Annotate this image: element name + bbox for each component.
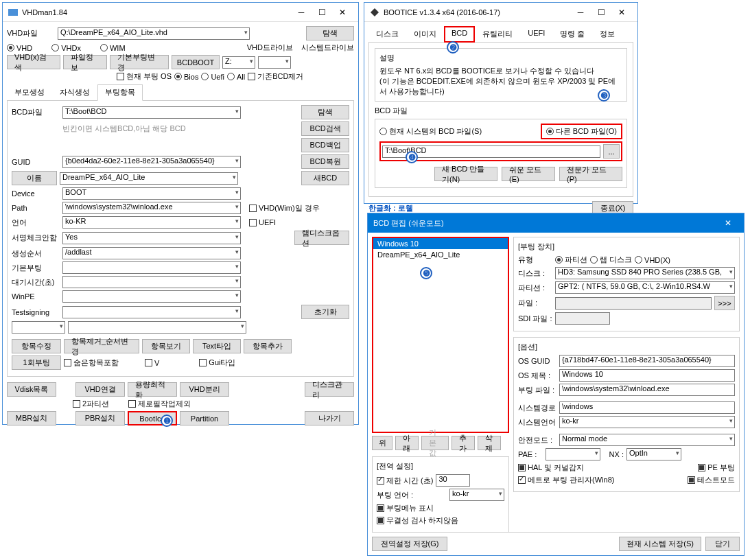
optimize-button[interactable]: 용량최적화 xyxy=(128,382,177,397)
radio-other-bcd[interactable]: 다른 BCD 파일(O) xyxy=(541,124,622,139)
fileinfo-button[interactable]: 파일정보 xyxy=(63,55,107,69)
chk-v[interactable]: V xyxy=(145,359,159,367)
waittime-select[interactable] xyxy=(62,276,241,288)
easy-mode-button[interactable]: 쉬운 모드(E) xyxy=(502,167,555,181)
radio-uefi[interactable]: Uefi xyxy=(201,73,224,81)
bcdfile-select[interactable]: T:\Boot\BCD xyxy=(62,106,241,119)
browse-file-button[interactable]: >>> xyxy=(714,296,735,310)
part-select[interactable]: GPT2: ( NTFS, 59.0 GB, C:\, 2-Win10.RS4.… xyxy=(555,281,735,294)
chk-metro[interactable]: 메트로 부팅 관리자(Win8) xyxy=(518,475,615,485)
extra-select1[interactable] xyxy=(12,321,65,334)
radio-bios[interactable]: Bios xyxy=(174,73,198,81)
mbr-button[interactable]: MBR설치 xyxy=(7,411,56,425)
tab-image[interactable]: 이미지 xyxy=(406,26,444,42)
maximize-button[interactable]: ☐ xyxy=(591,5,611,20)
radio-partition[interactable]: 파티션 xyxy=(555,255,587,265)
lang-select[interactable]: ko-KR xyxy=(62,216,241,229)
list-item[interactable]: Windows 10 xyxy=(373,238,508,249)
nx-select[interactable]: OptIn xyxy=(626,448,681,460)
tab-info[interactable]: 정보 xyxy=(592,26,622,42)
name-select[interactable]: DreamPE_x64_AIO_Lite xyxy=(60,172,238,185)
browse-button[interactable]: ... xyxy=(603,144,620,159)
tab-util[interactable]: 유틸리티 xyxy=(475,26,520,42)
radio-vhdx[interactable]: VHDx xyxy=(51,44,81,52)
minimize-button[interactable]: ─ xyxy=(291,5,312,20)
sign-select[interactable]: Yes xyxy=(62,232,241,244)
add-entry-button[interactable]: 추가 xyxy=(452,436,475,450)
tab-boot[interactable]: 부팅항목 xyxy=(97,84,143,101)
bcd-search-button[interactable]: BCD검색 xyxy=(301,121,349,136)
bootfile-input[interactable]: \windows\system32\winload.exe xyxy=(559,384,735,396)
close-button[interactable]: 닫기 xyxy=(705,537,740,551)
chk-integrity[interactable]: 무결성 검사 하지않음 xyxy=(377,515,458,526)
device-select[interactable]: BOOT xyxy=(62,187,241,200)
chk-hal[interactable]: HAL 및 커널감지 xyxy=(518,463,584,473)
browse-button[interactable]: 탐색 xyxy=(306,26,354,40)
add-button[interactable]: 항목추가 xyxy=(244,339,292,353)
close-button[interactable]: ✕ xyxy=(611,5,632,20)
defaultboot-select[interactable] xyxy=(62,261,241,274)
texttype-button[interactable]: Text타입 xyxy=(193,339,241,353)
exit-button[interactable]: 나가기 xyxy=(305,411,354,425)
chk-hidden[interactable]: 숨은항목포함 xyxy=(64,358,119,368)
drive-select[interactable]: Z: xyxy=(222,56,255,69)
vdisk-button[interactable]: Vdisk목록 xyxy=(7,382,56,397)
chk-timeout[interactable]: 제한 시간 (초) xyxy=(377,476,433,486)
close-button[interactable]: ✕ xyxy=(332,5,353,20)
ramdisk-button[interactable]: 램디스크옵션 xyxy=(294,231,349,245)
up-button[interactable]: 위 xyxy=(372,436,392,450)
testsigning-select[interactable] xyxy=(62,306,241,318)
close-button[interactable]: ✕ xyxy=(718,215,738,231)
syspath-input[interactable]: \windows xyxy=(559,401,735,414)
chk-uefi[interactable]: UEFI xyxy=(249,218,276,226)
tab-disk[interactable]: 디스크 xyxy=(368,26,406,42)
bcd-restore-button[interactable]: BCD복원 xyxy=(301,154,349,169)
radio-ramdisk[interactable]: 램 디스크 xyxy=(590,255,632,265)
syslang-select[interactable]: ko-kr xyxy=(559,416,735,428)
radio-vhd[interactable]: VHD xyxy=(7,44,32,52)
chk-testmode[interactable]: 테스트모드 xyxy=(688,475,735,485)
default-button[interactable]: 기본값 xyxy=(421,436,449,450)
chk-peboot[interactable]: PE 부팅 xyxy=(698,463,735,473)
ostitle-input[interactable]: Windows 10 xyxy=(559,369,735,382)
pae-select[interactable] xyxy=(546,448,600,460)
radio-current-bcd[interactable]: 현재 시스템의 BCD 파일(S) xyxy=(379,126,482,137)
radio-wim[interactable]: WIM xyxy=(100,44,126,52)
edit-button[interactable]: 항목수정 xyxy=(12,339,61,353)
list-item[interactable]: DreamPE_x64_AIO_Lite xyxy=(373,249,508,260)
view-button[interactable]: 항목보기 xyxy=(142,339,190,353)
bootlang-select[interactable]: ko-kr xyxy=(449,489,504,501)
radio-vhdx[interactable]: VHD(X) xyxy=(635,256,670,264)
save-global-button[interactable]: 전역설정 저장(G) xyxy=(372,537,447,551)
chk-2part[interactable]: 2파티션 xyxy=(73,399,109,409)
winpe-select[interactable] xyxy=(62,290,241,303)
new-bcd-button[interactable]: 새BCD xyxy=(301,171,349,185)
oneboot-button[interactable]: 1회부팅 xyxy=(12,355,61,370)
safemode-select[interactable]: Normal mode xyxy=(559,434,735,446)
timeout-input[interactable]: 30 xyxy=(436,474,470,487)
pbr-button[interactable]: PBR설치 xyxy=(75,411,125,425)
down-button[interactable]: 아래 xyxy=(395,436,419,450)
tab-bcd[interactable]: BCD xyxy=(444,26,475,43)
bcdboot-button[interactable]: BCDBOOT xyxy=(172,55,220,69)
tab-cmd[interactable]: 명령 줄 xyxy=(552,26,592,42)
vhdx-search-button[interactable]: VHD(x)검색 xyxy=(7,55,60,69)
vhdconnect-button[interactable]: VHD연결 xyxy=(75,382,125,397)
tab-parent[interactable]: 부모생성 xyxy=(7,84,52,100)
bcd-backup-button[interactable]: BCD백업 xyxy=(301,138,349,152)
basicboot-button[interactable]: 기본부팅변경 xyxy=(110,55,169,69)
chk-vhdwim[interactable]: VHD(Wim)일 경우 xyxy=(249,203,320,213)
del-entry-button[interactable]: 삭제 xyxy=(478,436,501,450)
vhdfile-select[interactable]: Q:\DreamPE_x64_AIO_Lite.vhd xyxy=(58,27,250,40)
partition-button[interactable]: Partition xyxy=(180,411,229,425)
tab-child[interactable]: 자식생성 xyxy=(52,84,97,100)
vhdsplit-button[interactable]: VHD분리 xyxy=(180,382,229,397)
diskmgr-button[interactable]: 디스크관리 xyxy=(305,382,354,397)
init-button[interactable]: 초기화 xyxy=(301,305,349,319)
radio-all[interactable]: All xyxy=(227,73,245,81)
chk-zerofill[interactable]: 제로필작업제외 xyxy=(128,399,191,409)
path-select[interactable]: \windows\system32\winload.exe xyxy=(62,202,241,214)
search2-button[interactable]: 탐색 xyxy=(301,105,349,119)
chk-remove-bcd[interactable]: 기존BCD제거 xyxy=(248,71,303,82)
new-bcd-button[interactable]: 새 BCD 만들기(N) xyxy=(434,167,497,181)
